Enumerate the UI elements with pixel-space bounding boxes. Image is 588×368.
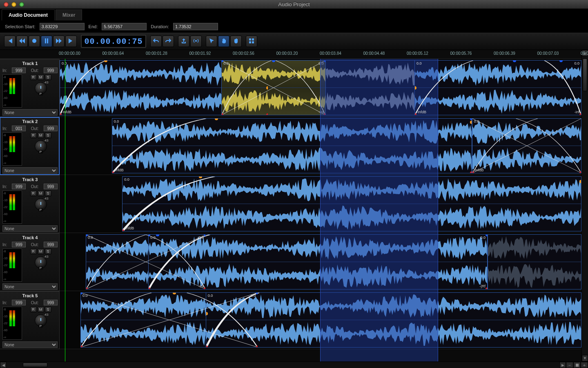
track-r-button[interactable]: R [30, 249, 37, 254]
track-r-button[interactable]: R [30, 74, 37, 80]
window-close-button[interactable] [4, 2, 9, 7]
vertical-scrollbar[interactable]: ▲ ▼ [581, 50, 588, 361]
track-out-input[interactable] [44, 126, 58, 131]
scroll-left-button[interactable]: ◀ [0, 362, 7, 368]
transport-play-button[interactable] [41, 36, 52, 47]
track-out-input[interactable] [44, 184, 58, 189]
track-out-input[interactable] [44, 242, 58, 247]
cursor-hand-button[interactable] [218, 36, 229, 47]
track-header[interactable]: Track 1In:Out:-8-10-22-60-∞RMS-43PNone [0, 59, 60, 117]
vscroll-track[interactable] [582, 56, 588, 355]
track-s-button[interactable]: S [45, 249, 51, 254]
audio-clip[interactable] [488, 234, 581, 289]
history-undo-button[interactable] [150, 36, 162, 47]
clip-handle[interactable] [472, 171, 474, 173]
track-r-button[interactable]: R [30, 132, 37, 138]
track-lane[interactable]: 0.0-InfdB0.00.0-inf0.00.0-InfdB-inf [60, 59, 581, 117]
tool-monitor-button[interactable] [190, 36, 202, 47]
track-m-button[interactable]: M [38, 132, 44, 138]
track-s-button[interactable]: S [45, 191, 51, 196]
selection-end-input[interactable] [102, 23, 147, 30]
track-in-input[interactable] [12, 126, 26, 131]
track-header[interactable]: Track 3In:Out:-8-10-22-60-∞RMS-43PNone [0, 175, 60, 233]
horizontal-scrollbar[interactable]: ◀ ▶ − ◼ + [0, 361, 588, 368]
track-in-input[interactable] [12, 67, 26, 73]
track-fx-select[interactable]: None [2, 167, 58, 174]
audio-clip[interactable]: 0.00.0-InfdB-inf [414, 60, 581, 115]
zoom-slider[interactable]: ◼ [573, 362, 581, 368]
track-in-input[interactable] [12, 242, 26, 247]
track-r-button[interactable]: R [30, 191, 37, 196]
vscroll-thumb[interactable] [583, 58, 587, 91]
track-m-button[interactable]: M [38, 249, 44, 254]
transport-record-button[interactable] [29, 36, 40, 47]
hscroll-track[interactable] [7, 362, 559, 368]
track-fx-select[interactable]: None [2, 283, 58, 290]
track-lane[interactable]: 0.0-InfdB [60, 175, 581, 233]
scroll-down-button[interactable]: ▼ [582, 355, 588, 361]
track-header[interactable]: Track 2In:Out:-8-10-22-60-∞RMS-43PNone [0, 117, 60, 175]
pan-knob[interactable]: -43P [34, 314, 48, 328]
track-fx-select[interactable]: None [2, 109, 58, 116]
track-header[interactable]: Track 5In:Out:-8-10-22-60-∞RMS-43PNone [0, 291, 60, 349]
track-out-input[interactable] [44, 300, 58, 305]
clip-handle[interactable] [60, 113, 62, 115]
clip-handle[interactable] [86, 287, 88, 289]
history-redo-button[interactable] [163, 36, 174, 47]
pan-knob[interactable]: -43P [34, 256, 48, 269]
track-lane[interactable]: 0.0-InfdB0.0-InfdB [60, 117, 581, 175]
track-s-button[interactable]: S [45, 132, 51, 138]
track-s-button[interactable]: S [45, 307, 51, 312]
clip-handle[interactable] [206, 346, 208, 348]
misc-chunks-button[interactable] [246, 36, 257, 47]
timecode-display[interactable]: 00.00.00:75 [81, 35, 146, 48]
audio-clip[interactable]: 0.00.0-|Rf [148, 234, 488, 289]
audio-clip[interactable]: 0.0-InfdB [472, 118, 581, 173]
tool-export-button[interactable] [178, 36, 189, 47]
transport-forward-end-button[interactable] [65, 36, 77, 47]
track-lane[interactable]: 0.00.0-Inf0.00.0-|Rf [60, 233, 581, 291]
timeline[interactable]: 00:00:00.0000:00:00.6400:00:01.2800:00:0… [60, 50, 581, 361]
track-fx-select[interactable]: None [2, 225, 58, 232]
track-s-button[interactable]: S [45, 74, 51, 80]
track-out-input[interactable] [44, 67, 58, 73]
track-fx-select[interactable]: None [2, 341, 58, 348]
zoom-in-button[interactable]: + [581, 362, 588, 368]
clip-handle[interactable] [206, 312, 208, 315]
audio-clip[interactable]: 0.00.0-inf [221, 60, 326, 115]
transport-rewind-start-button[interactable] [4, 36, 16, 47]
selection-start-input[interactable] [40, 23, 85, 30]
time-ruler[interactable]: 00:00:00.0000:00:00.6400:00:01.2800:00:0… [60, 50, 581, 59]
track-m-button[interactable]: M [38, 191, 44, 196]
clip-handle[interactable] [112, 171, 114, 173]
clip-handle[interactable] [414, 113, 416, 115]
audio-clip[interactable]: 0.0-InfdB [112, 118, 472, 173]
window-minimize-button[interactable] [11, 2, 16, 7]
audio-clip[interactable]: 0.0 [206, 292, 581, 348]
clip-handle[interactable] [579, 180, 581, 183]
track-r-button[interactable]: R [30, 307, 37, 312]
scroll-right-button[interactable]: ▶ [559, 362, 566, 368]
pan-knob[interactable]: -43P [34, 197, 48, 211]
clip-handle[interactable] [579, 113, 581, 115]
transport-forward-button[interactable] [53, 36, 65, 47]
track-m-button[interactable]: M [38, 307, 44, 312]
pan-knob[interactable]: -43P [34, 81, 48, 95]
transport-rewind-button[interactable] [16, 36, 28, 47]
audio-clip[interactable]: 0.0-InfdB [122, 176, 581, 231]
cursor-hand-flat-button[interactable] [230, 36, 242, 47]
window-zoom-button[interactable] [19, 2, 24, 7]
track-header[interactable]: Track 4In:Out:-8-10-22-60-∞RMS-43PNone [0, 233, 60, 291]
track-in-input[interactable] [12, 300, 26, 305]
pan-knob[interactable]: -43P [34, 139, 48, 153]
clip-handle[interactable] [579, 171, 581, 173]
track-lane[interactable]: 0.00.00.0 [60, 291, 581, 349]
cursor-pointer-button[interactable] [206, 36, 217, 47]
clip-handle[interactable] [324, 113, 326, 115]
track-m-button[interactable]: M [38, 74, 44, 80]
tab-mixer[interactable]: Mixer [56, 9, 82, 20]
tab-audio-document[interactable]: Audio Document [2, 9, 55, 20]
hscroll-thumb[interactable] [23, 363, 47, 367]
selection-duration-input[interactable] [173, 23, 218, 30]
track-in-input[interactable] [12, 184, 26, 189]
